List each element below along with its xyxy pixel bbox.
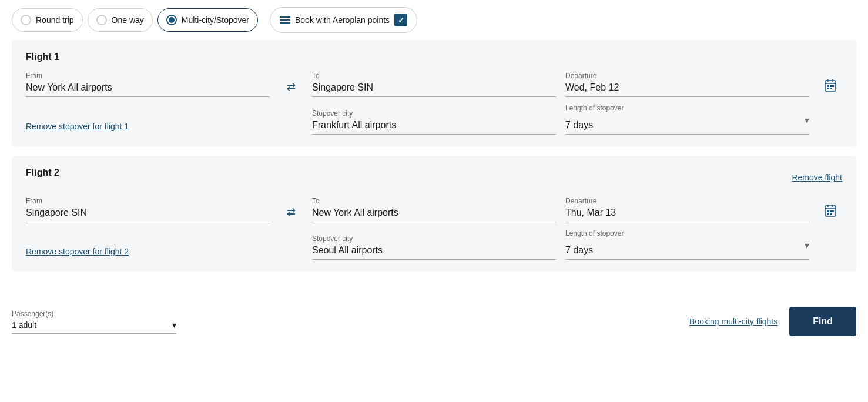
flight-1-to-value[interactable]: Singapore SIN: [312, 82, 556, 97]
passengers-dropdown-arrow: ▾: [172, 320, 176, 330]
svg-rect-6: [832, 85, 834, 87]
flight-2-card: Flight 2 Remove flight From Singapore SI…: [12, 156, 856, 272]
aeroplan-checkbox[interactable]: [394, 14, 407, 26]
round-trip-radio: [21, 15, 31, 25]
round-trip-option[interactable]: Round trip: [12, 8, 83, 32]
flight-1-to-label: To: [312, 72, 556, 80]
flight-1-stopover-length-value[interactable]: 7 days: [565, 120, 593, 130]
svg-rect-17: [830, 213, 832, 215]
flight-2-main-row: From Singapore SIN ⇄ To New York All air…: [26, 197, 842, 222]
book-aeroplan-option[interactable]: Book with Aeroplan points: [270, 7, 417, 33]
svg-rect-4: [827, 85, 829, 87]
flight-1-title: Flight 1: [26, 52, 842, 62]
flight-2-stopover-length-group: Length of stopover 7 days ▾: [565, 229, 809, 260]
flight-2-stopover-length-value[interactable]: 7 days: [565, 245, 593, 256]
flight-1-stopover-length-group: Length of stopover 7 days ▾: [565, 104, 809, 135]
one-way-radio: [96, 15, 107, 25]
flight-1-stopover-dropdown-arrow[interactable]: ▾: [805, 115, 809, 130]
flight-1-from-value[interactable]: New York All airports: [26, 82, 270, 97]
passengers-value: 1 adult: [12, 320, 36, 330]
flight-2-departure-label: Departure: [565, 197, 809, 205]
one-way-label: One way: [112, 15, 144, 25]
round-trip-label: Round trip: [36, 15, 74, 25]
bottom-bar: Passenger(s) 1 adult ▾ Booking multi-cit…: [0, 297, 868, 346]
one-way-option[interactable]: One way: [88, 8, 153, 32]
flight-1-remove-stopover-group: Remove stopover for flight 1: [26, 122, 270, 135]
multi-city-option[interactable]: Multi-city/Stopover: [157, 8, 258, 32]
flight-2-stopover-city-group: Stopover city Seoul All airports: [312, 235, 556, 260]
passengers-group: Passenger(s) 1 adult ▾: [12, 310, 176, 334]
flight-1-calendar-icon[interactable]: [819, 78, 842, 97]
flight-1-stopover-length-label: Length of stopover: [565, 104, 809, 112]
flight-2-title-row: Flight 2 Remove flight: [26, 168, 842, 187]
flight-1-from-label: From: [26, 72, 270, 80]
flight-1-stopover-city-label: Stopover city: [312, 109, 556, 118]
flight-2-swap-icon[interactable]: ⇄: [279, 206, 303, 222]
flight-1-stopover-city-group: Stopover city Frankfurt All airports: [312, 109, 556, 135]
flight-2-from-group: From Singapore SIN: [26, 197, 270, 222]
flights-container: Flight 1 From New York All airports ⇄ To…: [0, 40, 868, 293]
booking-multi-city-link[interactable]: Booking multi-city flights: [689, 317, 777, 326]
top-bar: Round trip One way Multi-city/Stopover B…: [0, 0, 868, 40]
flight-2-to-value[interactable]: New York All airports: [312, 207, 556, 222]
flight-2-stopover-dropdown-arrow[interactable]: ▾: [805, 240, 809, 256]
svg-rect-14: [830, 210, 832, 212]
svg-rect-16: [827, 213, 829, 215]
flight-1-stopover-city-value[interactable]: Frankfurt All airports: [312, 120, 556, 135]
radio-selected-dot: [169, 17, 175, 23]
svg-rect-8: [830, 88, 832, 89]
flight-2-to-label: To: [312, 197, 556, 205]
flight-2-from-value[interactable]: Singapore SIN: [26, 207, 270, 222]
flight-1-departure-group: Departure Wed, Feb 12: [565, 72, 809, 97]
passengers-select[interactable]: 1 adult ▾: [12, 320, 176, 334]
flight-2-title: Flight 2: [26, 168, 59, 178]
flight-1-to-group: To Singapore SIN: [312, 72, 556, 97]
flight-1-swap-icon[interactable]: ⇄: [279, 81, 303, 97]
flight-2-from-label: From: [26, 197, 270, 205]
remove-flight-link[interactable]: Remove flight: [792, 173, 842, 182]
flight-2-remove-stopover-link[interactable]: Remove stopover for flight 2: [26, 247, 270, 260]
multi-city-label: Multi-city/Stopover: [182, 15, 249, 25]
flight-1-from-group: From New York All airports: [26, 72, 270, 97]
flight-2-to-group: To New York All airports: [312, 197, 556, 222]
aeroplan-icon: [280, 16, 290, 24]
flight-1-departure-label: Departure: [565, 72, 809, 80]
flight-1-departure-value[interactable]: Wed, Feb 12: [565, 82, 809, 97]
svg-rect-5: [830, 85, 832, 87]
svg-rect-15: [832, 210, 834, 212]
flight-1-remove-stopover-link[interactable]: Remove stopover for flight 1: [26, 122, 270, 135]
book-aeroplan-label: Book with Aeroplan points: [295, 15, 390, 25]
flight-1-stopover-row: Remove stopover for flight 1 Stopover ci…: [26, 104, 842, 135]
multi-city-radio: [166, 15, 177, 25]
flight-2-departure-group: Departure Thu, Mar 13: [565, 197, 809, 222]
svg-rect-7: [827, 88, 829, 89]
flight-2-stopover-length-row: 7 days ▾: [565, 240, 809, 260]
flight-1-card: Flight 1 From New York All airports ⇄ To…: [12, 40, 856, 146]
find-button[interactable]: Find: [789, 307, 856, 336]
svg-rect-13: [827, 210, 829, 212]
flight-2-stopover-length-label: Length of stopover: [565, 229, 809, 237]
flight-2-calendar-icon[interactable]: [819, 203, 842, 222]
bottom-right: Booking multi-city flights Find: [689, 307, 856, 336]
flight-2-remove-stopover-group: Remove stopover for flight 2: [26, 247, 270, 260]
flight-2-stopover-city-value[interactable]: Seoul All airports: [312, 245, 556, 260]
flight-2-stopover-city-label: Stopover city: [312, 235, 556, 243]
passengers-label: Passenger(s): [12, 310, 176, 318]
flight-2-stopover-row: Remove stopover for flight 2 Stopover ci…: [26, 229, 842, 260]
flight-2-departure-value[interactable]: Thu, Mar 13: [565, 207, 809, 222]
flight-1-stopover-length-row: 7 days ▾: [565, 115, 809, 135]
flight-1-main-row: From New York All airports ⇄ To Singapor…: [26, 72, 842, 97]
